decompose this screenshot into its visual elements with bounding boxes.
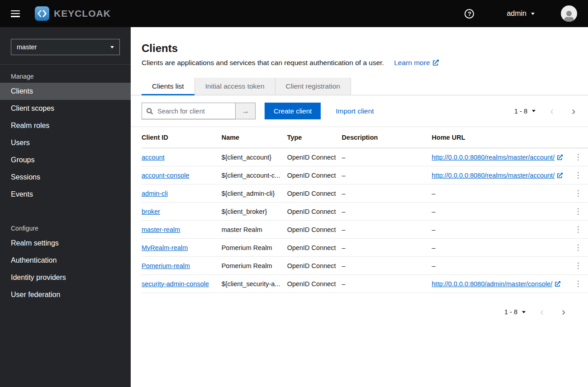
search-input[interactable]	[156, 107, 231, 115]
clients-table: Client ID Name Type Description Home URL…	[142, 127, 588, 293]
create-client-button[interactable]: Create client	[265, 103, 321, 119]
external-link-icon	[433, 60, 439, 66]
home-url-link[interactable]: http://0.0.0.0:8080/admin/master/console…	[432, 280, 561, 288]
kebab-icon: ⋮	[574, 189, 582, 198]
home-url-link[interactable]: http://0.0.0.0:8080/realms/master/accoun…	[432, 154, 563, 161]
kebab-menu-button[interactable]: ⋮	[571, 225, 586, 234]
keycloak-logo-icon	[34, 6, 50, 21]
chevron-down-icon	[531, 13, 535, 15]
client-id-link[interactable]: Pomerium-realm	[142, 262, 190, 269]
kebab-menu-button[interactable]: ⋮	[571, 243, 586, 252]
table-row: MyRealm-realm Pomerium Realm OpenID Conn…	[142, 239, 588, 257]
client-id-link[interactable]: broker	[142, 208, 160, 215]
client-description: –	[342, 239, 432, 257]
client-id-link[interactable]: account	[142, 154, 165, 161]
table-row: master-realm master Realm OpenID Connect…	[142, 221, 588, 239]
sidebar-item-realm-settings[interactable]: Realm settings	[0, 235, 131, 252]
home-url-empty: –	[432, 239, 569, 257]
chevron-down-icon	[110, 46, 114, 48]
kebab-icon: ⋮	[574, 225, 582, 234]
home-url-empty: –	[432, 257, 569, 275]
client-name: ${client_broker}	[222, 203, 287, 221]
sidebar: master Manage Clients Client scopes Real…	[0, 27, 131, 387]
nav-toggle-hamburger-icon[interactable]	[11, 10, 20, 17]
client-name: ${client_admin-cli}	[222, 184, 287, 203]
learn-more-label: Learn more	[394, 59, 430, 66]
tab-clients-list[interactable]: Clients list	[142, 78, 195, 95]
client-description: –	[342, 221, 432, 239]
pagination-prev-button[interactable]: ‹	[538, 307, 545, 317]
user-menu-dropdown[interactable]: admin	[507, 9, 535, 18]
client-id-link[interactable]: account-console	[142, 172, 190, 179]
kebab-menu-button[interactable]: ⋮	[571, 261, 586, 270]
realm-selector-dropdown[interactable]: master	[11, 39, 120, 55]
sidebar-item-identity-providers[interactable]: Identity providers	[0, 269, 131, 286]
masthead: KEYCLOAK ? admin	[0, 0, 588, 27]
kebab-icon: ⋮	[574, 279, 582, 288]
sidebar-item-clients[interactable]: Clients	[0, 83, 131, 100]
avatar[interactable]	[561, 5, 577, 22]
home-url-empty: –	[432, 203, 569, 221]
external-link-icon	[557, 155, 563, 160]
home-url-empty: –	[432, 184, 569, 203]
chevron-down-icon	[522, 311, 526, 313]
client-id-link[interactable]: master-realm	[142, 226, 180, 233]
pagination-next-button[interactable]: ›	[560, 307, 567, 317]
kebab-icon: ⋮	[574, 171, 582, 179]
kebab-menu-button[interactable]: ⋮	[571, 279, 586, 288]
col-home-url: Home URL	[432, 127, 569, 148]
sidebar-item-users[interactable]: Users	[0, 134, 131, 151]
pagination-range-label: 1 - 8	[514, 108, 527, 115]
toolbar: → Create client Import client 1 - 8 ‹ ›	[131, 95, 588, 127]
client-name: Pomerium Realm	[222, 239, 287, 257]
pagination-range-label: 1 - 8	[504, 308, 517, 316]
tab-initial-access-token[interactable]: Initial access token	[195, 78, 275, 95]
pagination-prev-button[interactable]: ‹	[548, 106, 555, 117]
client-description: –	[342, 203, 432, 221]
client-name: ${client_security-a...	[222, 275, 287, 293]
client-id-link[interactable]: admin-cli	[142, 190, 168, 197]
client-type: OpenID Connect	[287, 184, 342, 203]
client-description: –	[342, 166, 432, 184]
nav-group-manage-label: Manage	[0, 65, 131, 83]
home-url-link[interactable]: http://0.0.0.0:8080/realms/master/accoun…	[432, 172, 563, 179]
table-header-row: Client ID Name Type Description Home URL	[142, 127, 588, 148]
pagination-bottom: 1 - 8 ‹ ›	[131, 293, 588, 317]
current-realm-name: master	[17, 43, 37, 51]
keycloak-logo[interactable]: KEYCLOAK	[34, 6, 111, 21]
search-icon	[147, 108, 153, 114]
sidebar-item-groups[interactable]: Groups	[0, 151, 131, 169]
sidebar-item-authentication[interactable]: Authentication	[0, 252, 131, 269]
sidebar-item-sessions[interactable]: Sessions	[0, 169, 131, 186]
sidebar-item-events[interactable]: Events	[0, 186, 131, 203]
client-id-link[interactable]: security-admin-console	[142, 280, 209, 288]
pagination-range-dropdown[interactable]: 1 - 8	[514, 108, 536, 115]
search-submit-button[interactable]: →	[236, 103, 256, 119]
tab-client-registration[interactable]: Client registration	[275, 78, 351, 95]
learn-more-link[interactable]: Learn more	[394, 59, 438, 66]
client-type: OpenID Connect	[287, 275, 342, 293]
client-name: ${client_account-c...	[222, 166, 287, 184]
pagination-next-button[interactable]: ›	[570, 106, 577, 117]
kebab-icon: ⋮	[574, 153, 582, 161]
table-row: Pomerium-realm Pomerium Realm OpenID Con…	[142, 257, 588, 275]
table-row: admin-cli ${client_admin-cli} OpenID Con…	[142, 184, 588, 203]
kebab-menu-button[interactable]: ⋮	[571, 170, 586, 180]
home-url-empty: –	[432, 221, 569, 239]
kebab-menu-button[interactable]: ⋮	[571, 152, 586, 162]
client-description: –	[342, 257, 432, 275]
kebab-menu-button[interactable]: ⋮	[571, 207, 586, 216]
client-description: –	[342, 184, 432, 203]
client-id-link[interactable]: MyRealm-realm	[142, 244, 188, 251]
help-icon[interactable]: ?	[465, 9, 474, 19]
client-type: OpenID Connect	[287, 257, 342, 275]
pagination-top: 1 - 8 ‹ ›	[514, 106, 577, 117]
sidebar-item-user-federation[interactable]: User federation	[0, 286, 131, 303]
kebab-menu-button[interactable]: ⋮	[571, 189, 586, 198]
import-client-link[interactable]: Import client	[336, 107, 374, 115]
page-description: Clients are applications and services th…	[142, 59, 384, 66]
pagination-range-dropdown[interactable]: 1 - 8	[504, 308, 526, 316]
sidebar-item-realm-roles[interactable]: Realm roles	[0, 117, 131, 134]
kebab-icon: ⋮	[574, 261, 582, 270]
sidebar-item-client-scopes[interactable]: Client scopes	[0, 100, 131, 117]
